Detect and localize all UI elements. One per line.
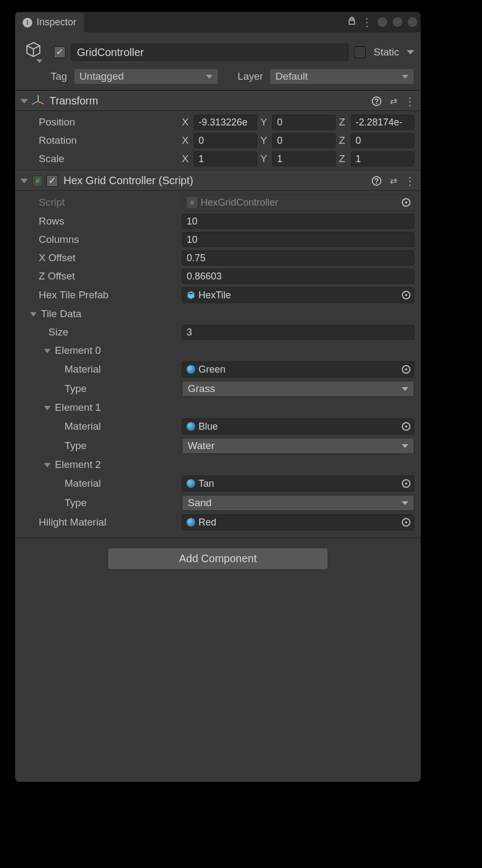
hilight-material-field[interactable]: Red	[182, 514, 414, 530]
rotation-z-input[interactable]: 0	[351, 133, 414, 148]
lock-icon[interactable]	[348, 17, 356, 28]
tab-bar: i Inspector ⋮	[15, 12, 421, 32]
material-icon	[187, 365, 195, 374]
xoffset-input[interactable]: 0.75	[182, 250, 414, 265]
rotation-label: Rotation	[26, 135, 182, 146]
scale-row: Scale X1 Y1 Z1	[15, 150, 421, 168]
gameobject-name-input[interactable]: GridController	[71, 44, 349, 61]
position-row: Position X-9.313226e Y0 Z-2.28174e-	[15, 113, 421, 131]
object-picker-icon[interactable]	[402, 291, 410, 299]
element2-type-label: Type	[26, 497, 182, 509]
rotation-y-input[interactable]: 0	[272, 133, 336, 148]
element0-type-dropdown[interactable]: Grass	[182, 381, 414, 397]
tiledata-foldout[interactable]	[30, 312, 37, 317]
element1-material-field[interactable]: Blue	[182, 418, 414, 435]
static-dropdown[interactable]	[407, 50, 414, 54]
element2-material-label: Material	[26, 478, 182, 489]
hexgrid-title: Hex Grid Controller (Script)	[63, 174, 372, 187]
tag-dropdown[interactable]: Untagged	[74, 68, 218, 85]
hexgrid-component: # ✓ Hex Grid Controller (Script) ? ⇄ ⋮ S…	[15, 170, 421, 534]
position-x-input[interactable]: -9.313226e	[194, 115, 257, 130]
inspector-window: i Inspector ⋮ ✓ GridController Static	[15, 12, 421, 782]
hexgrid-enabled-checkbox[interactable]: ✓	[46, 175, 58, 187]
preset-icon[interactable]: ⇄	[390, 176, 396, 186]
add-component-button[interactable]: Add Component	[108, 548, 328, 570]
object-picker-icon[interactable]	[402, 518, 410, 527]
element1-type-dropdown[interactable]: Water	[182, 438, 414, 454]
material-icon	[187, 422, 195, 431]
layer-label: Layer	[238, 71, 264, 82]
scale-z-input[interactable]: 1	[351, 151, 414, 166]
preset-icon[interactable]: ⇄	[390, 96, 396, 106]
element1-type-label: Type	[26, 440, 182, 452]
help-icon[interactable]: ?	[372, 176, 381, 186]
rotation-x-input[interactable]: 0	[194, 133, 257, 148]
rows-label: Rows	[26, 215, 182, 227]
transform-icon	[32, 95, 44, 107]
component-menu-icon[interactable]: ⋮	[405, 176, 415, 186]
element1-material-label: Material	[26, 421, 182, 432]
element2-type-dropdown[interactable]: Sand	[182, 495, 414, 511]
static-checkbox[interactable]	[354, 46, 366, 58]
hilight-label: Hilight Material	[26, 516, 182, 528]
prefab-icon	[187, 291, 195, 299]
element2-foldout[interactable]	[44, 463, 51, 467]
script-field: # HexGridController	[182, 194, 414, 211]
zoffset-label: Z Offset	[26, 270, 182, 282]
prefab-label: Hex Tile Prefab	[26, 289, 182, 301]
window-button-1[interactable]	[378, 17, 387, 27]
script-icon: #	[32, 176, 43, 186]
gameobject-header: ✓ GridController Static Tag Untagged Lay…	[15, 32, 421, 90]
material-icon	[187, 518, 195, 527]
element0-material-field[interactable]: Green	[182, 361, 414, 377]
position-z-input[interactable]: -2.28174e-	[351, 115, 414, 130]
info-icon: i	[23, 18, 32, 27]
zoffset-input[interactable]: 0.86603	[182, 269, 414, 284]
transform-title: Transform	[49, 95, 372, 107]
icon-dropdown[interactable]	[36, 59, 42, 63]
script-label: Script	[26, 197, 182, 208]
static-label: Static	[371, 46, 401, 58]
tab-menu-icon[interactable]: ⋮	[362, 17, 372, 27]
element2-material-field[interactable]: Tan	[182, 475, 414, 492]
element0-label: Element 0	[55, 345, 101, 356]
scale-x-input[interactable]: 1	[194, 151, 257, 166]
tiledata-label: Tile Data	[41, 308, 81, 319]
help-icon[interactable]: ?	[372, 96, 381, 106]
transform-foldout[interactable]	[20, 99, 28, 103]
object-picker-icon[interactable]	[402, 198, 410, 207]
window-button-3[interactable]	[408, 17, 417, 27]
element0-type-label: Type	[26, 383, 182, 395]
gameobject-icon[interactable]	[25, 41, 42, 58]
rows-input[interactable]: 10	[182, 214, 414, 229]
element1-label: Element 1	[55, 402, 101, 413]
layer-dropdown[interactable]: Default	[270, 68, 414, 85]
element0-foldout[interactable]	[44, 349, 51, 353]
element2-label: Element 2	[55, 459, 101, 470]
element0-material-label: Material	[26, 363, 182, 375]
hexgrid-foldout[interactable]	[20, 179, 28, 183]
material-icon	[187, 479, 195, 488]
window-button-2[interactable]	[393, 17, 402, 27]
scale-label: Scale	[26, 153, 182, 165]
size-input[interactable]: 3	[182, 325, 414, 340]
columns-input[interactable]: 10	[182, 232, 414, 247]
tab-title: Inspector	[37, 17, 76, 28]
scale-y-input[interactable]: 1	[272, 151, 336, 166]
xoffset-label: X Offset	[26, 252, 182, 264]
prefab-field[interactable]: HexTile	[182, 287, 414, 303]
inspector-tab[interactable]: i Inspector	[15, 12, 84, 32]
component-menu-icon[interactable]: ⋮	[405, 96, 415, 107]
object-picker-icon[interactable]	[402, 422, 410, 431]
object-picker-icon[interactable]	[402, 479, 410, 488]
element1-foldout[interactable]	[44, 406, 51, 410]
object-picker-icon[interactable]	[402, 365, 410, 374]
active-checkbox[interactable]: ✓	[54, 46, 66, 58]
columns-label: Columns	[26, 234, 182, 246]
transform-component: Transform ? ⇄ ⋮ Position X-9.313226e Y0 …	[15, 90, 421, 170]
position-y-input[interactable]: 0	[272, 115, 336, 130]
hash-icon: #	[187, 197, 197, 208]
size-label: Size	[26, 326, 182, 338]
rotation-row: Rotation X0 Y0 Z0	[15, 131, 421, 150]
position-label: Position	[26, 116, 182, 128]
